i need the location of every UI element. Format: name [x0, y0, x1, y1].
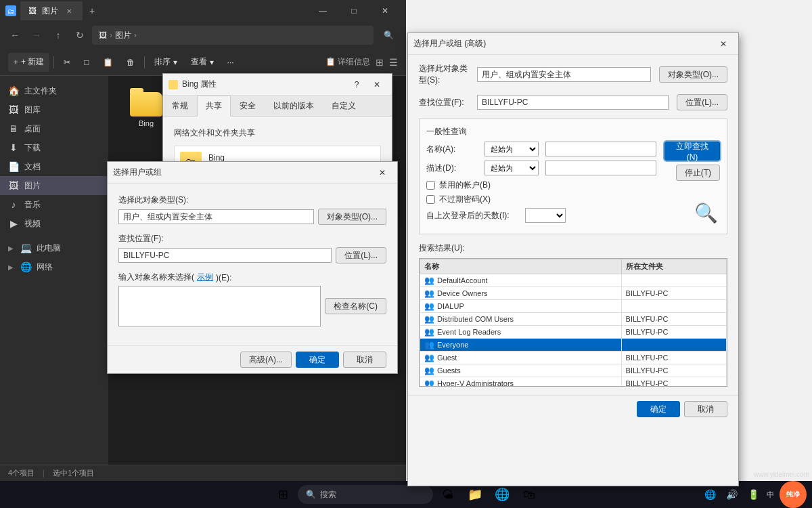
copy-icon: □	[84, 58, 89, 67]
adv-object-type-input: 用户、组或内置安全主体	[477, 67, 651, 82]
tab-previous-versions[interactable]: 以前的版本	[265, 96, 323, 117]
taskbar-search-box[interactable]: 🔍 搜索	[298, 485, 433, 504]
tab-security[interactable]: 安全	[231, 96, 265, 117]
adv-location-label: 查找位置(F):	[419, 97, 473, 108]
table-row[interactable]: 👥GuestBILLYFU-PC	[420, 352, 727, 364]
adv-noexpiry-checkbox-row: 不过期密码(X)	[426, 194, 656, 205]
bing-props-help-button[interactable]: ?	[347, 77, 366, 92]
sidebar-item-music[interactable]: ♪ 音乐	[0, 195, 108, 214]
sidebar-item-this-pc[interactable]: ▶ 💻 此电脑	[0, 238, 108, 257]
adv-object-type-label: 选择此对象类型(S):	[419, 63, 473, 86]
table-row[interactable]: 👥Distributed COM UsersBILLYFU-PC	[420, 313, 727, 326]
table-row[interactable]: 👥Hyper-V AdministratorsBILLYFU-PC	[420, 377, 727, 387]
select-user-close-button[interactable]: ✕	[373, 165, 392, 180]
select-user-ok-button[interactable]: 确定	[296, 352, 339, 368]
close-button[interactable]: ✕	[369, 0, 401, 22]
view-button[interactable]: 查看 ▾	[185, 53, 219, 72]
table-row[interactable]: 👥Device OwnersBILLYFU-PC	[420, 287, 727, 300]
tray-icon-network[interactable]: 🌐	[702, 486, 718, 503]
advanced-button[interactable]: 高级(A)...	[240, 352, 292, 368]
select-user-title-bar[interactable]: 选择用户或组 ✕	[108, 162, 397, 184]
tab-general[interactable]: 常规	[163, 96, 197, 117]
adv-name-starts-select[interactable]: 起始为	[484, 142, 539, 156]
advanced-cancel-button[interactable]: 取消	[684, 401, 727, 417]
new-tab-button[interactable]: +	[83, 1, 102, 20]
sidebar-item-network[interactable]: ▶ 🌐 网络	[0, 257, 108, 276]
explorer-tab-icon: 🖼	[28, 6, 37, 16]
up-button[interactable]: ↑	[49, 26, 68, 45]
find-now-button[interactable]: 立即查找(N)	[664, 142, 720, 161]
sidebar-item-videos[interactable]: ▶ 视频	[0, 214, 108, 233]
sidebar-item-videos-label: 视频	[24, 218, 41, 230]
tab-customize[interactable]: 自定义	[323, 96, 365, 117]
home-icon: 🏠	[8, 85, 19, 96]
start-button[interactable]: ⊞	[271, 482, 295, 507]
new-button[interactable]: + + 新建	[8, 53, 49, 72]
sidebar-item-desktop[interactable]: 🖥 桌面	[0, 119, 108, 138]
downloads-icon: ⬇	[8, 142, 19, 153]
copy-button[interactable]: □	[78, 53, 94, 72]
paste-button[interactable]: 📋	[97, 53, 118, 72]
bing-props-title-bar[interactable]: Bing 属性 ? ✕	[163, 74, 392, 96]
back-button[interactable]: ←	[5, 26, 24, 45]
adv-desc-input[interactable]	[545, 161, 656, 175]
tab-close-button[interactable]: ✕	[64, 5, 74, 16]
table-row[interactable]: 👥Everyone	[420, 339, 727, 352]
sidebar-item-home[interactable]: 🏠 主文件夹	[0, 81, 108, 100]
cut-button[interactable]: ✂	[58, 53, 76, 72]
table-row[interactable]: 👥GuestsBILLYFU-PC	[420, 364, 727, 377]
tray-logo-text: 纯净	[786, 490, 800, 499]
delete-button[interactable]: 🗑	[121, 53, 140, 72]
stop-button[interactable]: 停止(T)	[676, 165, 720, 181]
table-row[interactable]: 👥DIALUP	[420, 300, 727, 313]
bing-props-close-button[interactable]: ✕	[367, 77, 386, 92]
tray-icon-volume[interactable]: 🔊	[723, 486, 740, 503]
adv-object-types-button[interactable]: 对象类型(O)...	[659, 66, 727, 83]
maximize-button[interactable]: □	[338, 0, 369, 22]
more-button[interactable]: ···	[222, 53, 240, 72]
advanced-close-button[interactable]: ✕	[714, 37, 733, 51]
object-types-button[interactable]: 对象类型(O)...	[318, 209, 386, 225]
result-user-icon: 👥	[424, 379, 434, 387]
col-name-header: 名称	[420, 259, 622, 274]
result-location-cell: BILLYFU-PC	[621, 287, 726, 300]
advanced-ok-button[interactable]: 确定	[637, 401, 680, 417]
result-location-cell: BILLYFU-PC	[621, 326, 726, 339]
breadcrumb[interactable]: 🖼 › 图片 ›	[92, 26, 374, 45]
tab-sharing[interactable]: 共享	[197, 96, 231, 117]
tray-icon-battery[interactable]: 🔋	[745, 486, 761, 503]
forward-button[interactable]: →	[27, 26, 46, 45]
example-link[interactable]: 示例	[197, 272, 213, 283]
clock-display[interactable]: 中	[767, 490, 774, 499]
select-user-footer: 高级(A)... 确定 取消	[108, 345, 397, 373]
check-names-button[interactable]: 检查名称(C)	[325, 298, 386, 314]
minimize-button[interactable]: —	[307, 0, 338, 22]
object-name-input[interactable]	[118, 286, 321, 326]
adv-name-input[interactable]	[545, 142, 656, 156]
explorer-tab[interactable]: 🖼 图片 ✕	[20, 1, 83, 20]
sidebar-item-downloads[interactable]: ⬇ 下载	[0, 138, 108, 157]
adv-desc-starts-select[interactable]: 起始为	[484, 161, 539, 175]
table-row[interactable]: 👥DefaultAccount	[420, 274, 727, 287]
sidebar-item-pictures[interactable]: 🖼 图片	[0, 176, 108, 195]
adv-noexpiry-checkbox[interactable]	[426, 195, 435, 204]
sidebar-item-documents[interactable]: 📄 文档	[0, 157, 108, 176]
grid-view-icon[interactable]: ⊞	[376, 57, 384, 68]
adv-days-select[interactable]	[525, 208, 566, 223]
select-user-cancel-button[interactable]: 取消	[343, 352, 386, 368]
advanced-title-bar[interactable]: 选择用户或组 (高级) ✕	[408, 33, 738, 55]
result-location-cell: BILLYFU-PC	[621, 352, 726, 364]
results-scroll-area[interactable]: 名称 所在文件夹 👥DefaultAccount👥Device OwnersBI…	[419, 258, 727, 387]
result-name-text: Device Owners	[437, 289, 488, 297]
table-row[interactable]: 👥Event Log ReadersBILLYFU-PC	[420, 326, 727, 339]
sort-button[interactable]: 排序 ▾	[149, 53, 183, 72]
locations-button[interactable]: 位置(L)...	[336, 247, 386, 263]
sidebar-item-gallery[interactable]: 🖼 图库	[0, 100, 108, 119]
adv-query-section: 一般性查询 名称(A): 起始为 描述(D): 起始为	[419, 119, 727, 234]
search-icon[interactable]: 🔍	[376, 26, 401, 45]
refresh-button[interactable]: ↻	[70, 26, 89, 45]
list-view-icon[interactable]: ☰	[389, 57, 398, 68]
adv-disabled-checkbox[interactable]	[426, 181, 435, 190]
adv-locations-button[interactable]: 位置(L)...	[677, 94, 727, 110]
select-user-content: 选择此对象类型(S): 用户、组或内置安全主体 对象类型(O)... 查找位置(…	[108, 184, 397, 345]
